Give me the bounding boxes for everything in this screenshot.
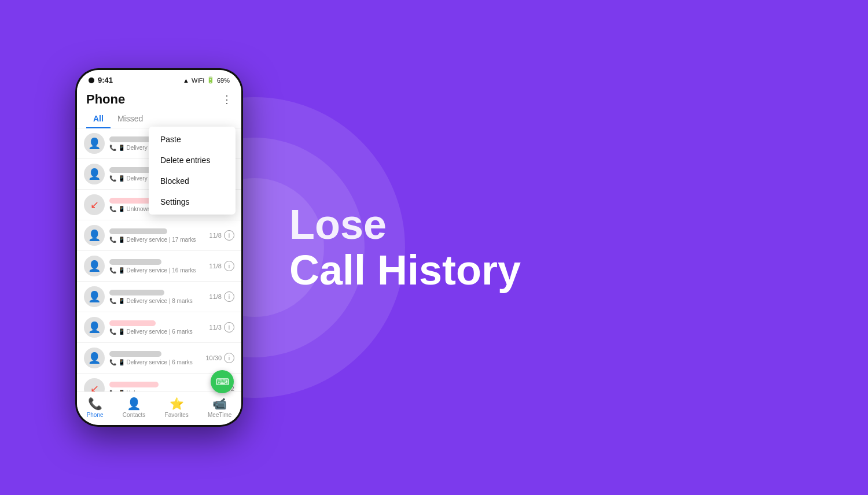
status-icons: ▲ WiFi 🔋 69% — [183, 76, 230, 84]
call-avatar-missed: ↙ — [84, 378, 105, 391]
nav-contacts[interactable]: 👤 Contacts — [123, 397, 145, 418]
call-date: 11/8 — [209, 293, 222, 300]
app-header: Phone ⋮ — [77, 87, 241, 109]
missed-call-icon: ↙ — [90, 382, 99, 391]
call-name-bar — [109, 259, 161, 265]
meettime-nav-icon: 📹 — [212, 397, 227, 411]
phone-mockup: 9:41 ▲ WiFi 🔋 69% Phone ⋮ — [75, 68, 243, 427]
call-right: 10/30 i — [205, 353, 234, 363]
page-wrapper: 9:41 ▲ WiFi 🔋 69% Phone ⋮ — [0, 0, 868, 495]
call-name-bar-missed — [109, 382, 159, 387]
phone-nav-icon: 📞 — [88, 397, 102, 411]
call-date: 10/30 — [205, 354, 222, 361]
call-sub: 📞 📱 Unknown — [109, 390, 222, 392]
call-sub: 📞 📱 Delivery service | 6 marks — [109, 359, 205, 365]
overflow-menu-icon[interactable]: ⋮ — [222, 93, 232, 106]
missed-call-icon: ↙ — [90, 198, 99, 211]
call-sub: 📞 📱 Delivery service | 17 marks — [109, 237, 209, 243]
call-item[interactable]: 👤 📞 📱 Delivery service | 6 marks 10/30 i — [77, 343, 241, 374]
nav-phone[interactable]: 📞 Phone — [87, 397, 104, 418]
dropdown-paste[interactable]: Paste — [149, 129, 236, 150]
phone-frame: 9:41 ▲ WiFi 🔋 69% Phone ⋮ — [75, 68, 243, 427]
tab-missed[interactable]: Missed — [111, 109, 150, 128]
contacts-nav-icon: 👤 — [127, 397, 141, 411]
person-icon: 👤 — [88, 137, 101, 150]
info-icon[interactable]: i — [224, 291, 234, 302]
call-name-bar-missed — [109, 320, 156, 326]
tabs-container: All Missed Paste Delete entries Blocked … — [77, 109, 241, 128]
call-info: 📞 📱 Delivery service | 6 marks — [109, 351, 205, 365]
info-icon[interactable]: i — [224, 261, 234, 271]
call-avatar: 👤 — [84, 286, 105, 307]
call-sub: 📞 📱 Delivery service | 8 marks — [109, 298, 209, 304]
nav-meettime-label: MeeTime — [208, 412, 231, 418]
call-avatar: 👤 — [84, 133, 105, 154]
call-item[interactable]: 👤 📞 📱 Delivery service | 16 marks 11/8 i — [77, 251, 241, 282]
person-icon: 👤 — [88, 168, 101, 180]
person-icon: 👤 — [88, 352, 101, 364]
call-date: 11/8 — [209, 232, 222, 239]
call-item[interactable]: 👤 📞 📱 Delivery service | 8 marks 11/8 i — [77, 282, 241, 312]
person-icon: 👤 — [88, 260, 101, 272]
camera-dot — [89, 77, 94, 83]
call-name-bar — [109, 351, 161, 357]
signal-icon: ▲ — [183, 77, 189, 84]
call-name-bar — [109, 290, 164, 295]
call-info: 📞 📱 Delivery service | 6 marks — [109, 320, 209, 335]
info-icon[interactable]: i — [224, 230, 234, 241]
bottom-nav: 📞 Phone 👤 Contacts ⭐ Favorites 📹 MeeTime — [77, 391, 241, 425]
call-avatar: 👤 — [84, 225, 105, 246]
battery-level: 69% — [217, 77, 230, 84]
call-name-bar — [109, 228, 167, 234]
dropdown-blocked[interactable]: Blocked — [149, 171, 236, 191]
nav-contacts-label: Contacts — [123, 412, 145, 418]
dial-icon: ⌨ — [216, 376, 229, 387]
app-title: Phone — [86, 92, 125, 107]
tabs-row: All Missed — [77, 109, 241, 128]
battery-icon: 🔋 — [207, 76, 215, 84]
call-item[interactable]: 👤 📞 📱 Delivery service | 6 marks 11/3 i — [77, 312, 241, 343]
info-icon[interactable]: i — [224, 322, 234, 333]
status-bar: 9:41 ▲ WiFi 🔋 69% — [77, 70, 241, 87]
call-avatar: 👤 — [84, 256, 105, 276]
person-icon: 👤 — [88, 290, 101, 303]
call-info: 📞 📱 Unknown — [109, 382, 222, 392]
call-item[interactable]: 👤 📞 📱 Delivery service | 17 marks 11/8 i — [77, 220, 241, 251]
dial-fab[interactable]: ⌨ — [211, 370, 234, 393]
call-date: 11/8 — [209, 263, 222, 269]
favorites-nav-icon: ⭐ — [170, 397, 184, 411]
phone-screen: 9:41 ▲ WiFi 🔋 69% Phone ⋮ — [77, 70, 241, 425]
call-right: 11/8 i — [209, 230, 234, 241]
call-right: 11/8 i — [209, 291, 234, 302]
call-avatar: 👤 — [84, 164, 105, 184]
call-sub: 📞 📱 Delivery service | 6 marks — [109, 328, 209, 335]
call-date: 11/3 — [209, 324, 222, 331]
wifi-icon: WiFi — [192, 77, 204, 84]
dropdown-settings[interactable]: Settings — [149, 191, 236, 212]
call-info: 📞 📱 Delivery service | 16 marks — [109, 259, 209, 274]
nav-favorites-label: Favorites — [165, 412, 189, 418]
call-avatar-missed: ↙ — [84, 194, 105, 215]
call-info: 📞 📱 Delivery service | 8 marks — [109, 290, 209, 304]
nav-favorites[interactable]: ⭐ Favorites — [165, 397, 189, 418]
info-icon[interactable]: i — [224, 353, 234, 363]
nav-meettime[interactable]: 📹 MeeTime — [208, 397, 231, 418]
tab-all[interactable]: All — [86, 109, 111, 128]
call-right: 11/8 i — [209, 261, 234, 271]
call-sub: 📞 📱 Delivery service | 16 marks — [109, 267, 209, 274]
call-avatar: 👤 — [84, 317, 105, 338]
call-right: 11/3 i — [209, 322, 234, 333]
dropdown-delete-entries[interactable]: Delete entries — [149, 150, 236, 171]
person-icon: 👤 — [88, 229, 101, 242]
call-info: 📞 📱 Delivery service | 17 marks — [109, 228, 209, 243]
call-avatar: 👤 — [84, 348, 105, 368]
nav-phone-label: Phone — [87, 412, 104, 418]
person-icon: 👤 — [88, 321, 101, 334]
status-time: 9:41 — [98, 76, 113, 84]
hero-line1: Lose — [289, 202, 822, 248]
dropdown-menu: Paste Delete entries Blocked Settings — [149, 127, 236, 215]
